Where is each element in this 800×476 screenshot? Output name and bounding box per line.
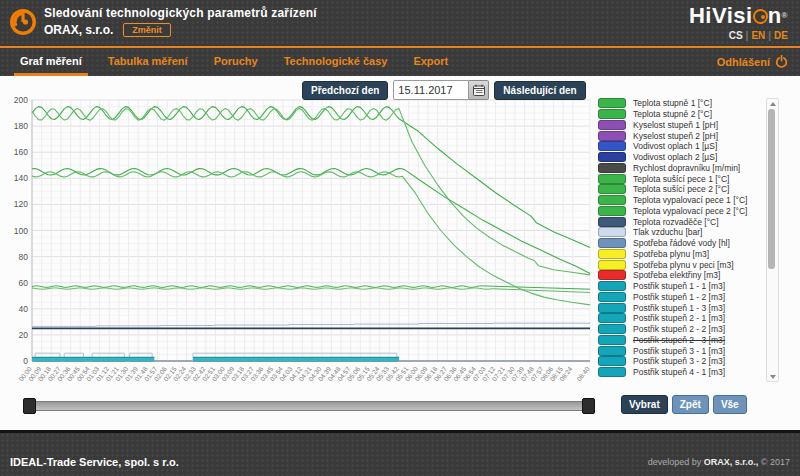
time-range-slider[interactable] [25,398,593,412]
legend-item[interactable]: Postřik stupeň 3 - 1 [m3] [598,345,764,356]
lang-en[interactable]: EN [751,30,765,41]
change-button[interactable]: Změnit [123,23,171,37]
power-icon [775,55,788,70]
footer-developer[interactable]: ORAX, s.r.o., [704,457,759,467]
legend-item[interactable]: Postřik stupeň 4 - 1 [m3] [598,367,764,378]
tab-technologicke-casy[interactable]: Technologické časy [278,48,394,76]
svg-text:200: 200 [14,95,28,105]
legend-label: Spotřeba řádové vody [hl] [633,238,730,248]
legend-swatch-icon [598,260,626,270]
legend-item[interactable]: Postřik stupeň 2 - 2 [m3] [598,324,764,335]
tab-tabulka-mereni[interactable]: Tabulka měření [102,48,194,76]
tab-graf-mereni[interactable]: Graf měření [14,48,88,76]
legend-item[interactable]: Postřik stupeň 2 - 3 [m3] [598,335,764,346]
legend-swatch-icon [598,131,626,141]
svg-text:40: 40 [19,304,29,314]
legend-swatch-icon [598,270,626,280]
legend-label: Vodivost oplach 1 [µS] [633,141,717,151]
legend-item[interactable]: Tlak vzduchu [bar] [598,227,764,238]
legend-item[interactable]: Spotřeba plynu v peci [m3] [598,259,764,270]
legend-swatch-icon [598,324,626,334]
legend-swatch-icon [598,120,626,130]
legend-label: Teplota stupně 2 [°C] [633,109,712,119]
language-switcher: CS|EN|DE [689,30,788,41]
svg-text:60: 60 [19,278,29,288]
legend-item[interactable]: Postřik stupeň 2 - 1 [m3] [598,313,764,324]
select-button[interactable]: Vybrat [621,395,668,414]
legend-scrollbar[interactable] [766,98,779,382]
tab-export[interactable]: Export [407,48,454,76]
brand-block: HiVisin® CS|EN|DE [689,4,788,41]
legend-item[interactable]: Postřik stupeň 1 - 2 [m3] [598,292,764,303]
legend-item[interactable]: Kyselost stupeň 2 [pH] [598,130,764,141]
legend-label: Spotřeba plynu [m3] [633,249,709,259]
logout-button[interactable]: Odhlášení [717,48,788,76]
legend-swatch-icon [598,195,626,205]
legend-swatch-icon [598,98,626,108]
legend-swatch-icon [598,238,626,248]
all-button[interactable]: Vše [713,395,747,414]
clock-logo-icon [9,8,37,36]
tab-poruchy[interactable]: Poruchy [208,48,264,76]
legend-item[interactable]: Vodivost oplach 2 [µS] [598,152,764,163]
legend-swatch-icon [598,356,626,366]
legend-label: Kyselost stupeň 1 [pH] [633,120,718,130]
legend-label: Postřik stupeň 1 - 2 [m3] [633,292,725,302]
calendar-icon[interactable] [469,80,489,100]
legend-item[interactable]: Teplota vypalovací pece 1 [°C] [598,195,764,206]
legend-swatch-icon [598,367,626,377]
slider-handle-left[interactable] [23,398,36,414]
legend-label: Spotřeba plynu v peci [m3] [633,260,734,270]
lang-cs[interactable]: CS [729,30,743,41]
legend-item[interactable]: Spotřeba plynu [m3] [598,249,764,260]
legend-item[interactable]: Spotřeba elektřiny [m3] [598,270,764,281]
legend-swatch-icon [598,292,626,302]
previous-day-button[interactable]: Předchozí den [302,81,388,100]
svg-text:180: 180 [14,121,28,131]
svg-text:140: 140 [14,173,28,183]
hivision-logo: HiVisin® [689,4,788,28]
legend-swatch-icon [598,303,626,313]
app-footer: IDEAL-Trade Service, spol. s r.o. develo… [0,430,800,476]
chart-legend: Teplota stupně 1 [°C]Teplota stupně 2 [°… [598,98,764,378]
legend-swatch-icon [598,174,626,184]
back-button[interactable]: Zpět [672,395,709,414]
legend-swatch-icon [598,249,626,259]
legend-item[interactable]: Teplota vypalovací pece 2 [°C] [598,206,764,217]
scrollbar-down-arrow-icon[interactable] [767,372,778,381]
legend-item[interactable]: Teplota stupně 2 [°C] [598,109,764,120]
footer-company: IDEAL-Trade Service, spol. s r.o. [10,456,179,468]
next-day-button[interactable]: Následující den [494,81,585,100]
legend-label: Postřik stupeň 3 - 1 [m3] [633,346,725,356]
scrollbar-thumb[interactable] [768,109,775,269]
legend-label: Postřik stupeň 1 - 3 [m3] [633,303,725,313]
legend-item[interactable]: Rychlost dopravníku [m/min] [598,163,764,174]
logout-label: Odhlášení [717,56,770,68]
content-area: Předchozí den Následující den 0204060801… [0,76,800,430]
svg-text:0: 0 [23,356,28,366]
legend-item[interactable]: Postřik stupeň 1 - 1 [m3] [598,281,764,292]
legend-swatch-icon [598,313,626,323]
legend-item[interactable]: Kyselost stupeň 1 [pH] [598,120,764,131]
legend-swatch-icon [598,184,626,194]
slider-handle-right[interactable] [582,398,595,414]
legend-item[interactable]: Postřik stupeň 3 - 2 [m3] [598,356,764,367]
svg-text:08:40: 08:40 [575,365,591,382]
legend-item[interactable]: Teplota sušící pece 1 [°C] [598,173,764,184]
legend-swatch-icon [598,163,626,173]
measurement-chart[interactable]: 02040608010012014016018020000:0000:0900:… [0,76,600,396]
svg-text:20: 20 [19,330,29,340]
legend-item[interactable]: Spotřeba řádové vody [hl] [598,238,764,249]
date-input[interactable] [393,80,469,100]
scrollbar-up-arrow-icon[interactable] [767,99,778,108]
legend-item[interactable]: Teplota rozvaděče [°C] [598,216,764,227]
legend-item[interactable]: Teplota sušící pece 2 [°C] [598,184,764,195]
lang-de[interactable]: DE [774,30,788,41]
legend-item[interactable]: Teplota stupně 1 [°C] [598,98,764,109]
slider-track[interactable] [25,401,595,411]
page-title: Sledování technologických parametrů zaří… [44,6,317,20]
footer-credits: developed by ORAX, s.r.o., © 2017 [648,457,790,467]
legend-swatch-icon [598,281,626,291]
legend-item[interactable]: Postřik stupeň 1 - 3 [m3] [598,302,764,313]
legend-item[interactable]: Vodivost oplach 1 [µS] [598,141,764,152]
